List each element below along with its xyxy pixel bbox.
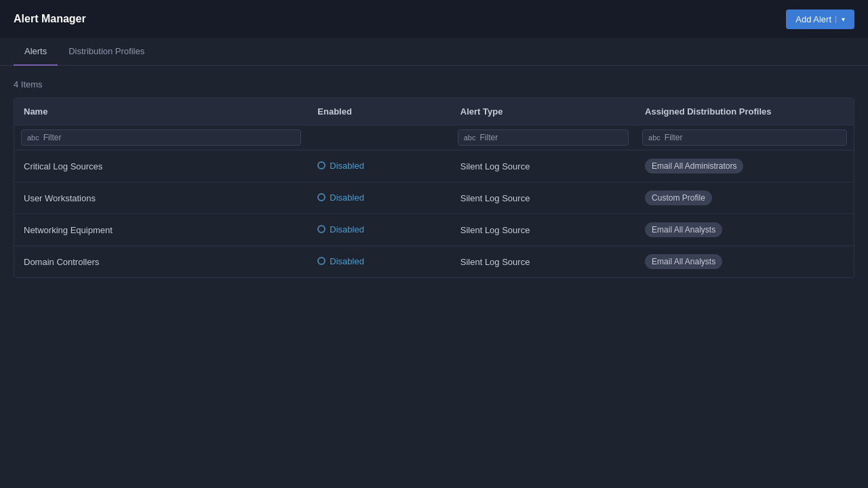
table-row: Networking Equipment Disabled Silent Log…	[14, 214, 854, 246]
row-enabled: Disabled	[308, 182, 450, 214]
profile-tag: Custom Profile	[645, 190, 712, 205]
tab-bar: Alerts Distribution Profiles	[0, 38, 868, 66]
tab-distribution-profiles[interactable]: Distribution Profiles	[58, 38, 155, 66]
filter-profiles-icon: abc	[648, 134, 660, 142]
table-header-row: Name Enabled Alert Type Assigned Distrib…	[14, 98, 854, 125]
radio-circle-icon	[317, 225, 326, 233]
row-enabled: Disabled	[308, 150, 450, 182]
filter-profiles-wrap: abc	[642, 129, 847, 146]
filter-cell-name: abc	[14, 125, 308, 150]
items-count: 4 Items	[14, 79, 854, 89]
top-bar: Alert Manager Add Alert ▾	[0, 0, 868, 38]
col-header-profiles: Assigned Distribution Profiles	[635, 98, 854, 125]
row-name: Networking Equipment	[14, 214, 308, 246]
radio-circle-icon	[317, 257, 326, 265]
col-header-enabled: Enabled	[308, 98, 450, 125]
filter-type-icon: abc	[464, 134, 476, 142]
filter-name-icon: abc	[27, 134, 39, 142]
alerts-table: Name Enabled Alert Type Assigned Distrib…	[14, 98, 854, 277]
filter-cell-type: abc	[451, 125, 635, 150]
disabled-label: Disabled	[330, 224, 364, 235]
disabled-badge: Disabled	[317, 256, 364, 266]
table-body: Critical Log Sources Disabled Silent Log…	[14, 150, 854, 278]
disabled-badge: Disabled	[317, 192, 364, 203]
radio-circle-icon	[317, 193, 326, 201]
row-enabled: Disabled	[308, 214, 450, 246]
profile-tag: Email All Analysts	[645, 222, 722, 237]
row-profile-tags: Email All Analysts	[635, 246, 854, 278]
row-alert-type: Silent Log Source	[451, 246, 635, 278]
table-row: User Workstations Disabled Silent Log So…	[14, 182, 854, 214]
row-profile-tags: Email All Administrators	[635, 150, 854, 182]
filter-row: abc abc abc	[14, 125, 854, 150]
row-name: Critical Log Sources	[14, 150, 308, 182]
profile-tag: Email All Analysts	[645, 254, 722, 269]
filter-type-input[interactable]	[480, 133, 623, 142]
disabled-badge: Disabled	[317, 161, 364, 171]
main-content: 4 Items Name Enabled Alert Type Assigned…	[0, 66, 868, 291]
row-name: User Workstations	[14, 182, 308, 214]
table-row: Critical Log Sources Disabled Silent Log…	[14, 150, 854, 182]
row-alert-type: Silent Log Source	[451, 182, 635, 214]
filter-name-wrap: abc	[21, 129, 301, 146]
row-alert-type: Silent Log Source	[451, 214, 635, 246]
filter-name-input[interactable]	[43, 133, 296, 142]
row-profile-tags: Email All Analysts	[635, 214, 854, 246]
app-title: Alert Manager	[14, 13, 86, 25]
col-header-name: Name	[14, 98, 308, 125]
profile-tag: Email All Administrators	[645, 159, 743, 174]
table-row: Domain Controllers Disabled Silent Log S…	[14, 246, 854, 278]
add-alert-label: Add Alert	[795, 14, 831, 24]
filter-cell-enabled	[308, 125, 450, 150]
disabled-label: Disabled	[330, 192, 364, 203]
filter-cell-profiles: abc	[635, 125, 854, 150]
filter-profiles-input[interactable]	[665, 133, 841, 142]
row-name: Domain Controllers	[14, 246, 308, 278]
row-profile-tags: Custom Profile	[635, 182, 854, 214]
alerts-table-container: Name Enabled Alert Type Assigned Distrib…	[14, 98, 854, 278]
row-enabled: Disabled	[308, 246, 450, 278]
filter-type-wrap: abc	[458, 129, 629, 146]
radio-circle-icon	[317, 161, 326, 169]
row-alert-type: Silent Log Source	[451, 150, 635, 182]
add-alert-button[interactable]: Add Alert ▾	[786, 9, 854, 29]
tab-alerts[interactable]: Alerts	[14, 38, 58, 66]
disabled-badge: Disabled	[317, 224, 364, 235]
disabled-label: Disabled	[330, 161, 364, 171]
col-header-alert-type: Alert Type	[451, 98, 635, 125]
disabled-label: Disabled	[330, 256, 364, 266]
add-alert-dropdown-arrow[interactable]: ▾	[835, 16, 845, 23]
